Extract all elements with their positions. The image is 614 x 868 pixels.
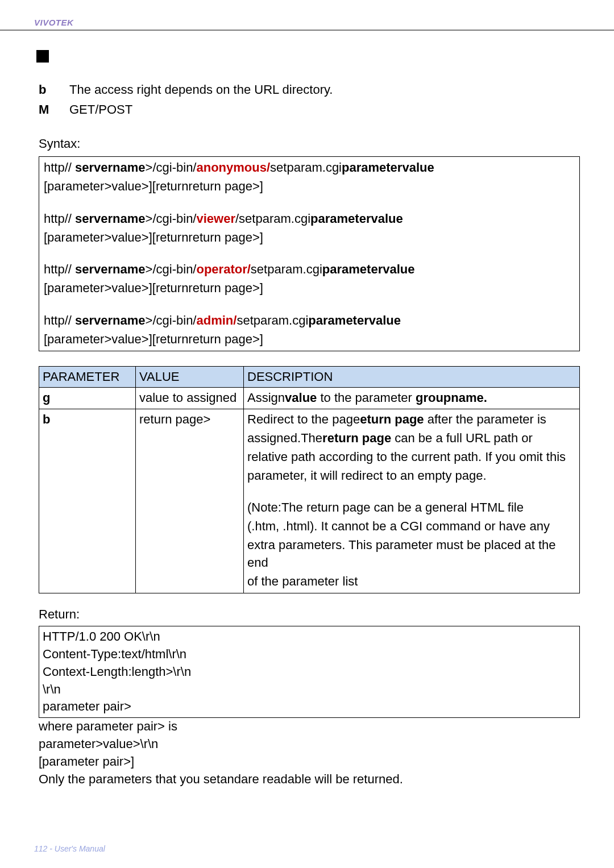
syntax-seg: operator/ [196,262,250,276]
desc-line: assigned.Thereturn page can be a full UR… [247,430,576,447]
after-seg: Only the parameters that you set [39,772,220,786]
syntax-seg: servername [75,313,146,327]
after-seg: are readable will be returned. [241,772,403,786]
syntax-gap [44,196,575,210]
bullet-row: b The access right depends on the URL di… [39,81,580,99]
desc-seg: can be a full URL path or [391,431,533,445]
desc-line: (Note:The return page can be a general H… [247,499,576,517]
after-return: where parameter pair> is parameter>value… [39,718,580,788]
desc-line: Redirect to the pageeturn page after the… [247,411,576,429]
col-parameter: PARAMETER [39,366,136,388]
bullet-text: The access right depends on the URL dire… [69,81,333,99]
table-row: b return page> Redirect to the pageeturn… [39,409,580,593]
after-line: where parameter pair> is [39,718,580,736]
after-line: Only the parameters that you setandare r… [39,771,580,788]
desc-seg: to the parameter [317,391,416,405]
syntax-seg: http// [44,160,75,175]
syntax-seg: anonymous/ [196,160,270,175]
desc-seg: assigned.The [247,431,322,445]
syntax-seg: setparam.cgi [237,313,308,327]
return-line: parameter pair> [43,698,576,716]
return-line: HTTP/1.0 200 OK\r\n [43,628,576,646]
return-line: Context-Length:length>\r\n [43,663,576,681]
desc-line: parameter, it will redirect to an empty … [247,467,576,485]
brand-text: VIVOTEK [34,18,73,30]
syntax-seg: parameter [308,313,368,327]
col-value: VALUE [136,366,244,388]
cell-value: return page> [136,409,244,593]
desc-seg: Redirect to the page [247,412,360,426]
syntax-seg: value [383,262,414,276]
syntax-seg: parameter [310,211,371,226]
bullet-label: b [39,81,69,99]
desc-seg: value [285,391,317,405]
syntax-seg: >/cgi-bin/ [146,160,197,175]
syntax-line: http// servername>/cgi-bin/admin/setpara… [44,312,575,330]
table-row: g value to assigned Assignvalue to the p… [39,388,580,409]
col-description: DESCRIPTION [244,366,580,388]
syntax-seg: servername [75,160,146,175]
syntax-seg: parameter [342,160,402,175]
desc-line: of the parameter list [247,573,576,591]
syntax-seg: http// [44,211,75,226]
syntax-seg: value [402,160,434,175]
syntax-seg: /setparam.cgi [235,211,310,226]
syntax-seg: admin/ [196,313,237,327]
bullet-text: GET/POST [69,101,132,119]
desc-seg: after the parameter is [424,412,546,426]
return-box: HTTP/1.0 200 OK\r\n Content-Type:text/ht… [39,626,580,718]
syntax-subline: [parameter>value>][returnreturn page>] [44,178,575,196]
desc-line: relative path according to the current p… [247,448,576,466]
after-line: [parameter pair>] [39,753,580,771]
syntax-subline: [parameter>value>][returnreturn page>] [44,229,575,247]
page-content: b The access right depends on the URL di… [0,31,614,788]
syntax-seg: parameter [322,262,383,276]
desc-seg: return page [322,431,391,445]
desc-seg: Assign [247,391,285,405]
syntax-gap [44,297,575,312]
desc-seg: eturn page [360,412,424,426]
desc-seg: groupname. [416,391,487,405]
cell-param: b [39,409,136,593]
return-heading: Return: [39,606,580,624]
syntax-subline: [parameter>value>][returnreturn page>] [44,280,575,297]
syntax-line: http// servername>/cgi-bin/viewer/setpar… [44,210,575,228]
syntax-heading: Syntax: [39,135,580,153]
parameter-table: PARAMETER VALUE DESCRIPTION g value to a… [39,366,580,594]
syntax-seg: setparam.cgi [251,262,322,276]
cell-description: Redirect to the pageeturn page after the… [244,409,580,593]
cell-param: g [39,388,136,409]
syntax-seg: value [369,313,401,327]
table-header-row: PARAMETER VALUE DESCRIPTION [39,366,580,388]
syntax-seg: servername [75,211,146,226]
syntax-seg: >/cgi-bin/ [146,211,197,226]
syntax-box: http// servername>/cgi-bin/anonymous/set… [39,156,580,351]
syntax-seg: >/cgi-bin/ [146,313,197,327]
cell-description: Assignvalue to the parameter groupname. [244,388,580,409]
syntax-seg: viewer [196,211,235,226]
after-seg: and [220,772,241,786]
syntax-seg: http// [44,313,75,327]
section-square-icon [36,50,49,63]
bullet-label: M [39,101,69,119]
after-line: parameter>value>\r\n [39,736,580,753]
page-footer: 112 - User's Manual [34,844,105,853]
syntax-line: http// servername>/cgi-bin/operator/setp… [44,261,575,279]
desc-line: (.htm, .html). It cannot be a CGI comman… [247,518,576,535]
syntax-seg: http// [44,262,75,276]
syntax-seg: setparam.cgi [270,160,342,175]
syntax-line: http// servername>/cgi-bin/anonymous/set… [44,159,575,177]
desc-line: extra parameters. This parameter must be… [247,537,576,572]
return-line: Content-Type:text/html\r\n [43,646,576,663]
desc-gap [247,485,576,498]
syntax-seg: value [371,211,403,226]
syntax-seg: servername [75,262,146,276]
syntax-seg: >/cgi-bin/ [146,262,197,276]
header-bar: VIVOTEK [0,0,614,30]
syntax-subline: [parameter>value>][returnreturn page>] [44,331,575,348]
syntax-gap [44,246,575,261]
cell-value: value to assigned [136,388,244,409]
return-line: \r\n [43,681,576,699]
bullet-row: M GET/POST [39,101,580,119]
